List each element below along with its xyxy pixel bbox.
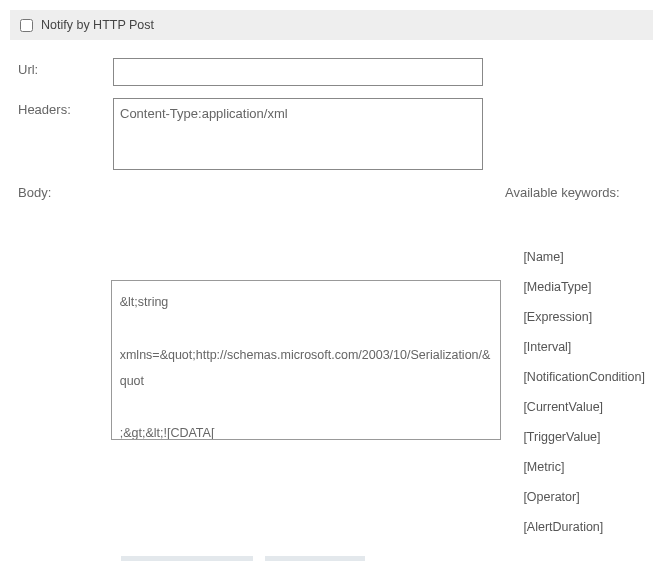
notify-checkbox-label: Notify by HTTP Post xyxy=(41,18,154,32)
section-header: Notify by HTTP Post xyxy=(10,10,653,40)
body-label: Body: xyxy=(18,185,113,200)
keyword-item: [Interval] xyxy=(523,340,645,354)
test-notification-button[interactable]: Test Notification xyxy=(121,556,253,561)
headers-label: Headers: xyxy=(18,98,113,117)
keyword-item: [Name] xyxy=(523,250,645,264)
notify-checkbox[interactable] xyxy=(20,19,33,32)
keyword-item: [Operator] xyxy=(523,490,645,504)
headers-input[interactable] xyxy=(113,98,483,170)
keyword-item: [MediaType] xyxy=(523,280,645,294)
body-input[interactable] xyxy=(111,280,502,440)
url-label: Url: xyxy=(18,58,113,77)
keyword-item: [NotificationCondition] xyxy=(523,370,645,384)
keyword-item: [Metric] xyxy=(523,460,645,474)
keyword-item: [Expression] xyxy=(523,310,645,324)
keywords-list: [Name] [MediaType] [Expression] [Interva… xyxy=(523,250,645,534)
keywords-label: Available keywords: xyxy=(505,185,620,200)
keyword-item: [TriggerValue] xyxy=(523,430,645,444)
reset-button[interactable]: Reset xyxy=(265,556,365,561)
keyword-item: [AlertDuration] xyxy=(523,520,645,534)
url-input[interactable] xyxy=(113,58,483,86)
keyword-item: [CurrentValue] xyxy=(523,400,645,414)
